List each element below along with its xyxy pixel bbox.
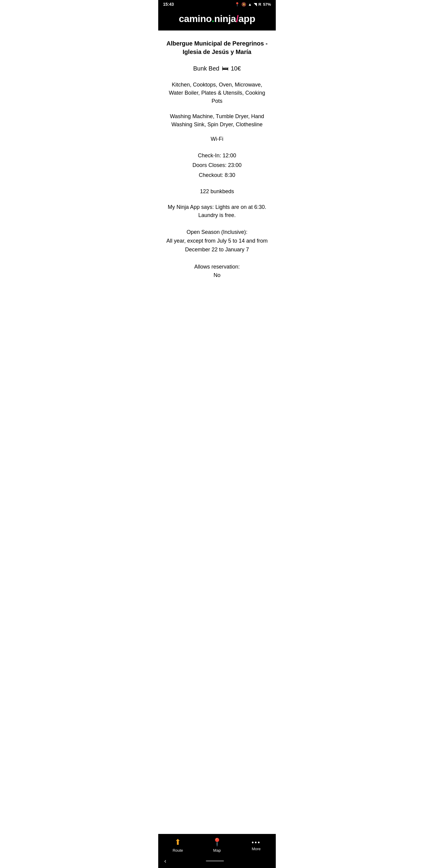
roaming-indicator: R (258, 2, 261, 7)
ninja-note: My Ninja App says: Lights are on at 6:30… (165, 203, 269, 219)
logo-part2: ninja (214, 13, 236, 24)
season-label: Open Season (Inclusive): (165, 228, 269, 237)
more-icon: ••• (252, 839, 261, 845)
route-label: Route (173, 848, 183, 852)
checkout-time: Checkout: 8:30 (192, 170, 241, 180)
kitchen-amenities: Kitchen, Cooktops, Oven, Microwave, Wate… (165, 81, 269, 105)
status-icons: 📍 🔕 ▲ ◥ R 57% (235, 2, 271, 7)
logo-part1: camino (179, 13, 212, 24)
nav-route[interactable]: ⬆ Route (166, 838, 190, 852)
battery-level: 57% (263, 2, 271, 7)
bell-off-icon: 🔕 (241, 2, 246, 7)
reservation-info: Allows reservation: No (194, 262, 240, 280)
bed-type-label: Bunk Bed (193, 65, 219, 72)
nav-more[interactable]: ••• More (244, 839, 268, 851)
price-value: 10€ (231, 65, 241, 72)
status-bar: 15:43 📍 🔕 ▲ ◥ R 57% (158, 0, 276, 8)
checkin-time: Check-In: 12:00 (192, 151, 241, 160)
wifi-info: Wi-Fi (211, 136, 223, 142)
main-content: Albergue Municipal de Peregrinos - Igles… (158, 31, 276, 834)
gesture-bar: ‹ (158, 855, 276, 868)
status-time: 15:43 (163, 2, 174, 7)
doors-close-time: Doors Closes: 23:00 (192, 160, 241, 170)
signal-icon: ◥ (254, 2, 257, 7)
laundry-amenities: Washing Machine, Tumble Dryer, Hand Wash… (165, 113, 269, 129)
more-label: More (252, 846, 261, 851)
logo-dot: . (212, 13, 214, 24)
logo-part3: app (239, 13, 255, 24)
location-icon: 📍 (235, 2, 240, 7)
map-label: Map (213, 848, 221, 852)
reservation-label: Allows reservation: (194, 262, 240, 271)
bottom-nav: ⬆ Route 📍 Map ••• More (158, 834, 276, 855)
back-arrow-icon[interactable]: ‹ (164, 858, 166, 864)
map-icon: 📍 (212, 838, 222, 847)
app-logo: camino.ninja/app (158, 13, 276, 24)
app-header: camino.ninja/app (158, 8, 276, 30)
bed-icon: 🛏 (222, 64, 228, 72)
price-row: Bunk Bed 🛏 10€ (193, 64, 241, 72)
season-info: Open Season (Inclusive): All year, excep… (165, 228, 269, 254)
wifi-icon: ▲ (248, 2, 252, 7)
times-info: Check-In: 12:00 Doors Closes: 23:00 Chec… (192, 151, 241, 180)
place-title: Albergue Municipal de Peregrinos - Igles… (165, 39, 269, 56)
home-pill[interactable] (206, 860, 224, 862)
nav-map[interactable]: 📍 Map (205, 838, 229, 852)
season-value: All year, except from July 5 to 14 and f… (165, 237, 269, 254)
bunkbeds-count: 122 bunkbeds (200, 188, 234, 195)
reservation-value: No (194, 271, 240, 280)
route-icon: ⬆ (175, 838, 181, 847)
